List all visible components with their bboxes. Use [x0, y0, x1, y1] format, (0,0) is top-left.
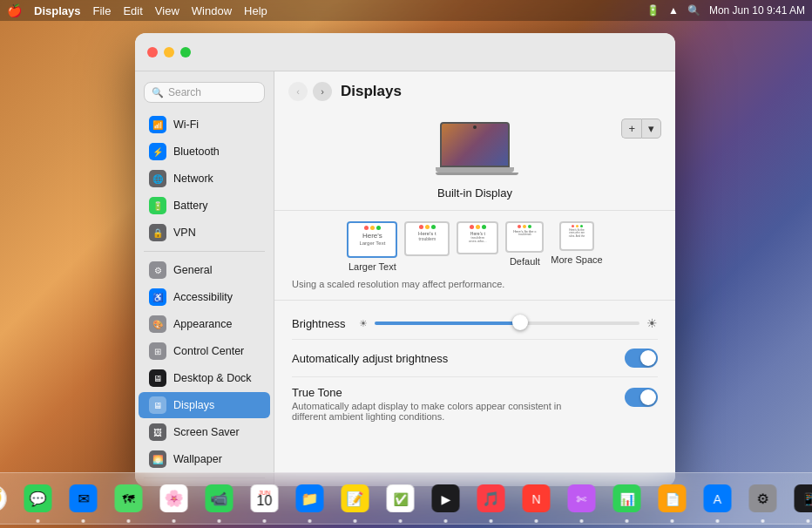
- settings-window: 🔍 📶 Wi-Fi ⚡ Bluetooth: [135, 33, 675, 486]
- dock-icon-files[interactable]: 📁: [289, 477, 331, 519]
- dock-icon-calendar[interactable]: JUN 10: [244, 477, 286, 519]
- sidebar-item-battery[interactable]: 🔋 Battery: [139, 193, 270, 219]
- sidebar-label-appearance: Appearance: [173, 318, 232, 330]
- battery-menu-icon: 🔋: [149, 197, 166, 214]
- menubar-app-name[interactable]: Displays: [34, 4, 80, 17]
- menubar-view[interactable]: View: [155, 4, 179, 17]
- sidebar-item-accessibility[interactable]: ♿ Accessibility: [139, 284, 270, 310]
- wallpaper-icon: 🌅: [149, 450, 166, 468]
- window-body: 🔍 📶 Wi-Fi ⚡ Bluetooth: [135, 71, 675, 486]
- dock-icon-mail[interactable]: ✉: [63, 477, 105, 519]
- dock-icon-iphone[interactable]: 📱: [788, 477, 813, 519]
- brightness-control[interactable]: ☀ ☀: [359, 316, 658, 330]
- menubar-file[interactable]: File: [92, 4, 111, 17]
- bluetooth-icon: ⚡: [149, 143, 166, 160]
- brightness-slider[interactable]: [375, 322, 639, 325]
- svg-text:N: N: [531, 492, 540, 506]
- svg-text:💬: 💬: [30, 491, 47, 507]
- sidebar-item-appearance[interactable]: 🎨 Appearance: [139, 311, 270, 337]
- sidebar-item-wifi[interactable]: 📶 Wi-Fi: [139, 112, 270, 138]
- dock-icon-maps[interactable]: 🗺: [108, 477, 150, 519]
- sidebar-label-vpn: VPN: [173, 227, 196, 239]
- dock-icon-safari[interactable]: 🧭: [0, 477, 14, 519]
- resolution-option-2[interactable]: Here's t troublem: [404, 221, 450, 272]
- menubar-help[interactable]: Help: [244, 4, 267, 17]
- content-navbar: ‹ › Displays: [274, 71, 675, 108]
- menubar-left: 🍎 Displays File Edit View Window Help: [7, 3, 267, 17]
- dock-icon-numbers[interactable]: 📊: [606, 477, 648, 519]
- sidebar-item-bluetooth[interactable]: ⚡ Bluetooth: [139, 139, 270, 165]
- display-dropdown-button[interactable]: ▾: [641, 118, 661, 139]
- resolution-option-default[interactable]: Here's fix the c troublemak Default: [505, 221, 544, 272]
- svg-text:📁: 📁: [301, 491, 319, 507]
- search-bar[interactable]: 🔍: [144, 82, 265, 103]
- auto-brightness-row: Automatically adjust brightness: [292, 340, 658, 377]
- sidebar-item-control-center[interactable]: ⊞ Control Center: [139, 338, 270, 364]
- nav-back-button[interactable]: ‹: [288, 82, 308, 101]
- brightness-label: Brightness: [292, 317, 345, 330]
- svg-text:✅: ✅: [393, 492, 409, 507]
- resolution-option-larger-text[interactable]: Here's Larger Text Larger Text: [347, 221, 397, 272]
- resolution-option-more-space[interactable]: Here's fix the ones who are rules. And t…: [551, 221, 602, 272]
- true-tone-toggle[interactable]: [625, 388, 658, 407]
- search-menubar-icon[interactable]: 🔍: [687, 4, 700, 17]
- screen-saver-icon: 🖼: [149, 423, 166, 441]
- dock-icon-clips[interactable]: ✄: [561, 477, 603, 519]
- sidebar: 🔍 📶 Wi-Fi ⚡ Bluetooth: [135, 71, 274, 486]
- dock-icon-pages[interactable]: 📄: [652, 477, 694, 519]
- sidebar-item-screen-saver[interactable]: 🖼 Screen Saver: [139, 419, 270, 445]
- dock-icon-messages[interactable]: 💬: [17, 477, 59, 519]
- search-input[interactable]: [168, 86, 257, 98]
- laptop-preview: [436, 122, 514, 179]
- nav-forward-button[interactable]: ›: [313, 82, 332, 101]
- svg-text:⚙: ⚙: [757, 491, 769, 506]
- svg-text:✉: ✉: [78, 491, 89, 506]
- sidebar-item-desktop-dock[interactable]: 🖥 Desktop & Dock: [139, 365, 270, 391]
- close-button[interactable]: [147, 47, 158, 58]
- dock-icon-news[interactable]: N: [516, 477, 558, 519]
- auto-brightness-toggle[interactable]: [625, 349, 658, 368]
- desktop-dock-icon: 🖥: [149, 369, 166, 387]
- datetime: Mon Jun 10 9:41 AM: [709, 4, 805, 17]
- sidebar-label-wifi: Wi-Fi: [173, 118, 199, 131]
- minimize-button[interactable]: [164, 47, 174, 58]
- dock-icon-appletv[interactable]: ▶: [425, 477, 467, 519]
- sidebar-label-control-center: Control Center: [173, 345, 244, 357]
- dock-icon-reminders[interactable]: ✅: [380, 477, 422, 519]
- dock-icon-appstore[interactable]: A: [697, 477, 739, 519]
- res-label-default: Default: [510, 256, 540, 267]
- svg-text:A: A: [714, 492, 722, 506]
- apple-logo-icon[interactable]: 🍎: [7, 3, 22, 17]
- sidebar-label-battery: Battery: [173, 200, 208, 212]
- page-title: Displays: [341, 83, 402, 100]
- slider-thumb: [512, 315, 528, 330]
- add-display-button[interactable]: +: [621, 118, 641, 139]
- sidebar-item-displays[interactable]: 🖥 Displays: [139, 392, 270, 418]
- resolution-option-3[interactable]: Here's t troublem ones who...: [457, 221, 498, 272]
- vpn-icon: 🔒: [149, 224, 166, 241]
- dock-icon-settings[interactable]: ⚙: [742, 477, 784, 519]
- network-icon: 🌐: [149, 170, 166, 187]
- maximize-button[interactable]: [180, 47, 191, 58]
- traffic-lights: [147, 47, 191, 58]
- dock-icon-music[interactable]: 🎵: [470, 477, 512, 519]
- resolution-options: Here's Larger Text Larger Text: [292, 221, 658, 272]
- true-tone-label: True Tone: [292, 386, 571, 399]
- sidebar-item-wallpaper[interactable]: 🌅 Wallpaper: [139, 446, 270, 472]
- sidebar-item-network[interactable]: 🌐 Network: [139, 166, 270, 192]
- dock-icon-notes[interactable]: 📝: [335, 477, 376, 519]
- menubar-right: 🔋 ▲ 🔍 Mon Jun 10 9:41 AM: [646, 4, 805, 17]
- svg-text:📄: 📄: [665, 492, 680, 507]
- true-tone-text-group: True Tone Automatically adapt display to…: [292, 386, 571, 422]
- res-preview-3: Here's t troublem ones who...: [457, 221, 498, 254]
- sidebar-item-vpn[interactable]: 🔒 VPN: [139, 220, 270, 246]
- search-icon: 🔍: [152, 87, 164, 98]
- brightness-low-icon: ☀: [359, 318, 368, 329]
- menubar-window[interactable]: Window: [192, 4, 232, 17]
- dock-icon-facetime[interactable]: 📹: [199, 477, 240, 519]
- wifi-icon: 📶: [149, 116, 166, 133]
- dock-icon-photos[interactable]: 🌸: [153, 477, 195, 519]
- sidebar-item-general[interactable]: ⚙ General: [139, 257, 270, 283]
- menubar-edit[interactable]: Edit: [123, 4, 142, 17]
- svg-text:🎵: 🎵: [483, 491, 500, 507]
